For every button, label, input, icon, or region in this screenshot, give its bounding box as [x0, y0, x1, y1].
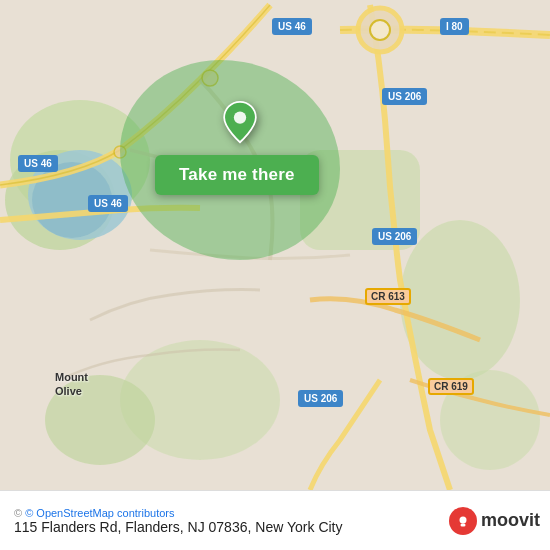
place-label-mount-olive: MountOlive — [55, 370, 88, 399]
road-badge-cr613: CR 613 — [365, 288, 411, 305]
svg-point-13 — [114, 146, 126, 158]
moovit-icon — [449, 507, 477, 535]
svg-point-11 — [370, 20, 390, 40]
osm-link[interactable]: © OpenStreetMap contributors — [25, 507, 174, 519]
moovit-label: moovit — [481, 510, 540, 531]
road-badge-us46-left: US 46 — [18, 155, 58, 172]
attribution: © © OpenStreetMap contributors — [14, 507, 449, 519]
road-badge-i80: I 80 — [440, 18, 469, 35]
map-container: Take me there US 46 I 80 US 46 US 46 US … — [0, 0, 550, 490]
road-badge-cr619: CR 619 — [428, 378, 474, 395]
road-badge-us46-top: US 46 — [272, 18, 312, 35]
road-badge-us206-mid: US 206 — [372, 228, 417, 245]
road-badge-us206-right: US 206 — [382, 88, 427, 105]
road-badge-us46-mid: US 46 — [88, 195, 128, 212]
svg-point-4 — [400, 220, 520, 380]
copyright-symbol: © — [14, 507, 22, 519]
address-text: 115 Flanders Rd, Flanders, NJ 07836, — [14, 519, 251, 535]
map-background — [0, 0, 550, 490]
svg-point-14 — [234, 111, 246, 123]
take-me-there-button[interactable]: Take me there — [155, 155, 319, 195]
location-pin — [218, 100, 262, 144]
road-badge-us206-bot: US 206 — [298, 390, 343, 407]
bottom-bar: © © OpenStreetMap contributors 115 Fland… — [0, 490, 550, 550]
moovit-logo: moovit — [449, 507, 540, 535]
address-block: © © OpenStreetMap contributors 115 Fland… — [14, 507, 449, 535]
city-text: New York City — [255, 519, 342, 535]
svg-point-16 — [459, 516, 466, 523]
svg-rect-17 — [460, 523, 465, 526]
svg-point-12 — [202, 70, 218, 86]
